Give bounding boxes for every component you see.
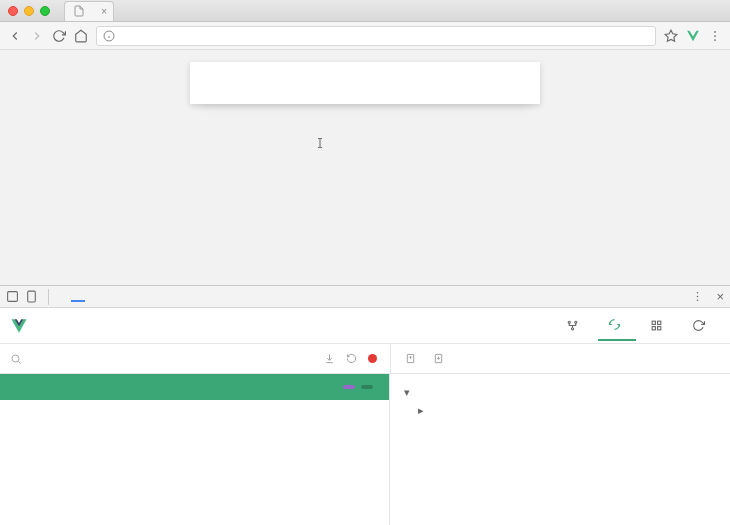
window-controls xyxy=(8,6,50,16)
devtools-tabs: × xyxy=(0,286,730,308)
mutations-list xyxy=(0,374,390,525)
address-right xyxy=(664,29,722,43)
svg-point-15 xyxy=(571,328,573,330)
devtools-panels: ▾ ▸ xyxy=(0,374,730,525)
svg-rect-18 xyxy=(652,327,655,330)
vue-nav-vuex[interactable] xyxy=(598,310,636,341)
vue-logo-icon xyxy=(10,317,28,335)
recording-indicator[interactable] xyxy=(368,354,380,363)
devtools-tab-console[interactable] xyxy=(87,293,101,301)
devtools-tab-redux[interactable] xyxy=(215,293,229,301)
svg-rect-19 xyxy=(658,327,661,330)
import-button[interactable] xyxy=(433,353,447,364)
svg-point-6 xyxy=(714,39,716,41)
inspect-icon[interactable] xyxy=(6,290,19,303)
chevron-down-icon[interactable]: ▾ xyxy=(404,384,412,402)
devtools: × xyxy=(0,285,730,525)
devtools-tab-network[interactable] xyxy=(119,293,133,301)
info-icon[interactable] xyxy=(103,30,115,42)
svg-marker-3 xyxy=(665,30,677,41)
state-todos[interactable]: ▸ xyxy=(404,402,716,420)
close-window-button[interactable] xyxy=(8,6,18,16)
active-badge xyxy=(361,385,373,389)
devtools-tab-vue[interactable] xyxy=(71,292,85,302)
devtools-tab-sources[interactable] xyxy=(103,293,117,301)
devtools-tab-application[interactable] xyxy=(167,293,181,301)
svg-point-4 xyxy=(714,31,716,33)
devtools-tab-profiles[interactable] xyxy=(151,293,165,301)
commit-all-button[interactable] xyxy=(324,353,338,364)
close-devtools-icon[interactable]: × xyxy=(716,289,724,304)
revert-all-button[interactable] xyxy=(346,353,360,364)
vue-nav xyxy=(556,310,720,341)
vue-extension-icon[interactable] xyxy=(686,29,700,43)
events-icon xyxy=(650,319,663,332)
todo-input-container xyxy=(190,62,540,104)
search-icon xyxy=(10,353,22,365)
chevron-right-icon[interactable]: ▸ xyxy=(418,402,426,420)
export-button[interactable] xyxy=(405,353,419,364)
menu-icon[interactable] xyxy=(708,29,722,43)
vue-devtools-header xyxy=(0,308,730,344)
vuex-icon xyxy=(608,318,621,331)
svg-point-20 xyxy=(12,355,19,362)
svg-rect-16 xyxy=(652,321,655,324)
address-bar[interactable] xyxy=(96,26,656,46)
svg-point-5 xyxy=(714,35,716,37)
device-icon[interactable] xyxy=(25,290,38,303)
todo-input[interactable] xyxy=(206,74,524,91)
inspected-badge xyxy=(343,385,355,389)
refresh-icon xyxy=(692,319,705,332)
components-icon xyxy=(566,319,579,332)
svg-point-11 xyxy=(697,296,699,298)
record-icon xyxy=(368,354,377,363)
devtools-tab-security[interactable] xyxy=(183,293,197,301)
svg-line-21 xyxy=(18,361,20,363)
devtools-tab-timeline[interactable] xyxy=(135,293,149,301)
minimize-window-button[interactable] xyxy=(24,6,34,16)
base-state-row[interactable] xyxy=(0,374,389,400)
filter-mutations-input[interactable] xyxy=(30,353,316,365)
close-tab-icon[interactable]: × xyxy=(101,6,107,17)
vue-nav-components[interactable] xyxy=(556,310,594,341)
reload-icon[interactable] xyxy=(52,29,66,43)
svg-point-14 xyxy=(575,321,577,323)
browser-toolbar xyxy=(0,22,730,50)
export-icon xyxy=(405,353,416,364)
divider xyxy=(48,289,49,305)
svg-point-13 xyxy=(568,321,570,323)
text-cursor-icon xyxy=(314,136,326,150)
browser-titlebar: × xyxy=(0,0,730,22)
star-icon[interactable] xyxy=(664,29,678,43)
devtools-tab-elements[interactable] xyxy=(55,293,69,301)
svg-point-12 xyxy=(697,299,699,301)
state-inspector: ▾ ▸ xyxy=(390,374,730,525)
revert-icon xyxy=(346,353,357,364)
devtools-tab-audits[interactable] xyxy=(199,293,213,301)
page-icon xyxy=(73,5,85,17)
download-icon xyxy=(324,353,335,364)
import-icon xyxy=(433,353,444,364)
vue-nav-refresh[interactable] xyxy=(682,310,720,341)
browser-tab[interactable]: × xyxy=(64,1,114,21)
svg-rect-17 xyxy=(658,321,661,324)
back-icon[interactable] xyxy=(8,29,22,43)
state-root[interactable]: ▾ xyxy=(404,384,716,402)
maximize-window-button[interactable] xyxy=(40,6,50,16)
forward-icon[interactable] xyxy=(30,29,44,43)
home-icon[interactable] xyxy=(74,29,88,43)
svg-point-10 xyxy=(697,292,699,294)
mutations-toolbar xyxy=(0,344,730,374)
page-content xyxy=(0,50,730,285)
vue-nav-events[interactable] xyxy=(640,310,678,341)
more-icon[interactable] xyxy=(691,290,704,303)
